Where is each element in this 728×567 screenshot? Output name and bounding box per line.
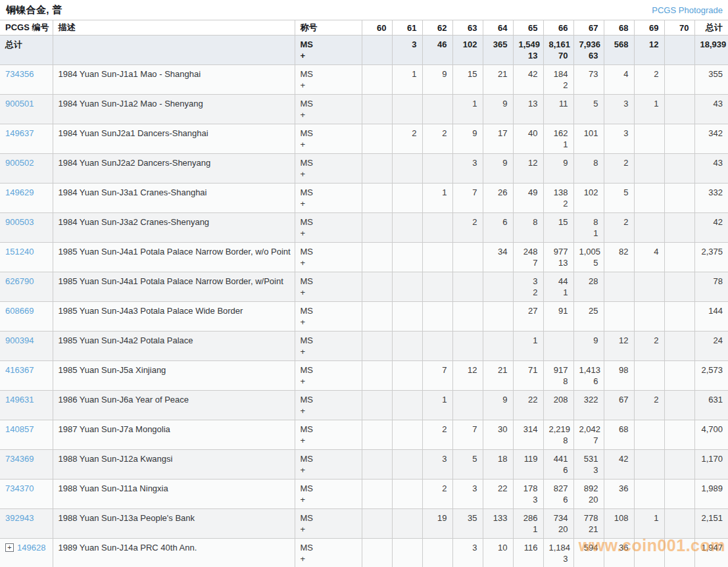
grade-value: 2 [610, 157, 629, 168]
grade-cell-64: 133 [483, 509, 513, 539]
grade-value: 10 [489, 542, 508, 553]
pcgs-number-link[interactable]: 734356 [5, 69, 34, 79]
description-cell: 1988 Yuan Sun-J13a People's Bank [53, 509, 295, 539]
grade-cell-67: 101 [573, 124, 604, 154]
pcgs-number-link[interactable]: 900502 [5, 158, 34, 168]
designation-grade: MS [301, 128, 356, 139]
pcgs-number-cell: 392943 [0, 509, 53, 539]
pcgs-number-cell: 626790 [0, 272, 53, 302]
grade-value: 102 [579, 187, 598, 198]
total-cell: 631 [694, 391, 728, 420]
grade-value: 1,184 [549, 542, 568, 553]
grade-cell-68: 5 [604, 184, 634, 213]
designation-grade: MS [301, 187, 356, 198]
header-grade-66: 66 [543, 20, 573, 36]
grade-cell-65: 12 [513, 154, 543, 184]
grade-cell-70 [664, 361, 694, 391]
grade-cell-68: 2 [604, 213, 634, 243]
grade-value: 12 [640, 39, 659, 50]
expand-icon[interactable]: + [5, 543, 14, 552]
grade-value: 11 [549, 98, 568, 109]
designation-grade: MS [301, 305, 356, 316]
grade-cell-70 [664, 539, 694, 567]
grade-cell-67: 28 [573, 272, 604, 302]
grade-cell-64: 6 [483, 213, 513, 243]
grade-value: 12 [519, 157, 538, 168]
grade-value: 36 [610, 542, 629, 553]
description-cell: 1984 Yuan Sun-J3a2 Cranes-Shenyang [53, 213, 295, 243]
designation-plus: + [301, 80, 356, 91]
pcgs-number-link[interactable]: 734369 [5, 454, 34, 464]
pcgs-number-cell: 734370 [0, 480, 53, 509]
grade-value: 2 [398, 128, 417, 139]
grade-cell-70 [664, 302, 694, 332]
table-row: 9005031984 Yuan Sun-J3a2 Cranes-Shenyang… [0, 213, 728, 243]
grade-cell-64: 365 [483, 36, 513, 65]
pcgs-number-link[interactable]: 149628 [17, 543, 45, 553]
description-cell: 1988 Yuan Sun-J11a Ningxia [53, 480, 295, 509]
pcgs-number-link[interactable]: 626790 [5, 276, 34, 286]
pcgs-number-link[interactable]: 734370 [5, 483, 34, 493]
grade-cell-60 [362, 36, 392, 65]
designation-plus: + [301, 405, 356, 416]
header-grade-61: 61 [392, 20, 422, 36]
designation-plus: + [301, 376, 356, 387]
pcgs-number-link[interactable]: 140857 [5, 424, 34, 434]
pcgs-number-cell: 734369 [0, 450, 53, 480]
total-cell: 43 [694, 95, 728, 124]
grade-value: 2 [640, 335, 659, 346]
grade-cell-65: 2861 [513, 509, 543, 539]
grade-cell-68: 82 [604, 243, 634, 272]
pcgs-number-link[interactable]: 151240 [5, 247, 34, 257]
grade-cell-64: 21 [483, 361, 513, 391]
grade-cell-61 [392, 243, 422, 272]
grade-cell-60 [362, 95, 392, 124]
pcgs-number-link[interactable]: 900501 [5, 99, 34, 109]
grade-cell-60 [362, 361, 392, 391]
pcgs-number-link[interactable]: 149629 [5, 187, 34, 197]
grade-value: 119 [519, 453, 538, 464]
grade-cell-62: 9 [422, 65, 452, 95]
pcgs-number-link[interactable]: 608669 [5, 306, 34, 316]
grade-plus-value: 6 [579, 376, 598, 387]
totals-label: 总计 [0, 36, 53, 65]
total-cell: 332 [694, 184, 728, 213]
table-row: 6267901985 Yuan Sun-J4a1 Potala Palace N… [0, 272, 728, 302]
grade-cell-66 [543, 332, 573, 361]
pcgs-number-link[interactable]: 392943 [5, 513, 34, 523]
coin-description: 1985 Yuan Sun-J4a1 Potala Palace Narrow … [59, 276, 283, 286]
grade-cell-65: 27 [513, 302, 543, 332]
grade-cell-66: 1842 [543, 65, 573, 95]
photograde-link[interactable]: PCGS Photograde [652, 5, 723, 15]
grade-cell-65: 116 [513, 539, 543, 567]
grade-cell-61 [392, 213, 422, 243]
grade-value: 3 [458, 483, 477, 494]
grade-cell-70 [664, 36, 694, 65]
pcgs-number-link[interactable]: 416367 [5, 365, 34, 375]
grade-value: 101 [579, 128, 598, 139]
total-cell: 2,573 [694, 361, 728, 391]
total-cell: 78 [694, 272, 728, 302]
grade-cell-65: 32 [513, 272, 543, 302]
table-row: 7343691988 Yuan Sun-J12a KwangsiMS+35181… [0, 450, 728, 480]
pcgs-number-link[interactable]: 900394 [5, 335, 34, 345]
grade-cell-63: 35 [452, 509, 483, 539]
grade-cell-61 [392, 184, 422, 213]
pcgs-number-link[interactable]: 149637 [5, 128, 34, 138]
grade-value: 184 [549, 68, 568, 80]
pcgs-number-link[interactable]: 149631 [5, 395, 34, 405]
grade-value: 568 [610, 39, 629, 50]
grade-value: 28 [579, 276, 598, 287]
grade-value: 6 [489, 216, 508, 228]
grade-cell-60 [362, 420, 392, 450]
grade-cell-62 [422, 302, 452, 332]
grade-cell-64 [483, 272, 513, 302]
grade-cell-69 [634, 420, 664, 450]
grade-cell-63: 1 [452, 95, 483, 124]
description-cell: 1985 Yuan Sun-J4a1 Potala Palace Narrow … [53, 272, 295, 302]
grade-cell-70 [664, 450, 694, 480]
pcgs-number-link[interactable]: 900503 [5, 217, 34, 227]
description-cell: 1984 Yuan Sun-J1a2 Mao - Shenyang [53, 95, 295, 124]
grade-cell-61 [392, 95, 422, 124]
grade-cell-60 [362, 480, 392, 509]
